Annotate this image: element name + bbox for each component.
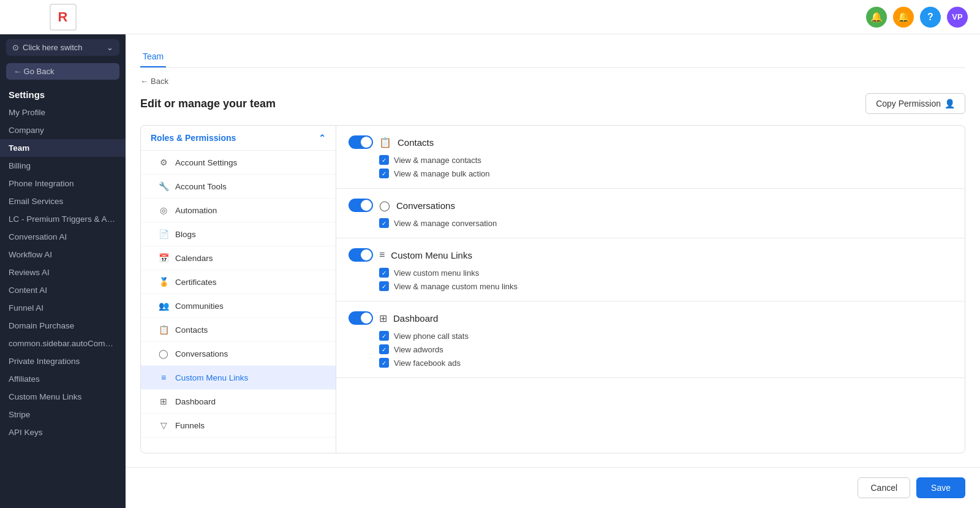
calendars-icon: 📅 [158,252,169,263]
custom-menu-links-title: Custom Menu Links [391,250,472,260]
left-nav-item-dashboard[interactable]: ⊞Dashboard [141,390,336,414]
sidebar-item-conversation-ai[interactable]: Conversation AI [0,228,126,246]
alert-icon[interactable]: 🔔 [893,7,914,28]
dashboard-icon: ⊞ [158,396,169,407]
page-title: Edit or manage your team [140,97,276,110]
permission-section-conversations: ◯Conversations✓View & manage conversatio… [336,189,965,238]
sidebar-item-team[interactable]: Team [0,139,126,157]
left-nav: ⚙Account Settings🔧Account Tools◎Automati… [141,151,336,438]
switch-icon: ⊙ [12,43,19,52]
user-avatar[interactable]: VP [947,7,968,28]
checkbox-checked-icon: ✓ [379,281,389,291]
tab-bar: Team [140,47,965,68]
funnels-icon: ▽ [158,420,169,431]
checkbox-checked-icon: ✓ [379,169,389,178]
dashboard-icon: ⊞ [379,313,387,324]
checkbox-checked-icon: ✓ [379,344,389,354]
left-nav-item-automation[interactable]: ◎Automation [141,199,336,222]
save-button[interactable]: Save [916,477,965,498]
go-back-button[interactable]: ← Go Back [6,63,119,80]
account-tools-icon: 🔧 [158,181,169,192]
contacts-toggle[interactable] [349,135,373,149]
sidebar-item-custom-menu-links[interactable]: Custom Menu Links [0,388,126,406]
back-label: Back [151,77,168,86]
sidebar-item-commonsidebarautocompl[interactable]: common.sidebar.autoCompl... [0,335,126,352]
left-nav-item-account-tools[interactable]: 🔧Account Tools [141,175,336,199]
logo-box: R [50,4,77,31]
help-icon[interactable]: ? [920,7,941,28]
checkbox-checked-icon: ✓ [379,268,389,278]
left-nav-item-communities[interactable]: 👥Communities [141,294,336,318]
sidebar: R ⊙ Click here switch ⌄ ← Go Back Settin… [0,0,126,508]
perm-sub-item[interactable]: ✓View adwords [379,344,952,354]
sidebar-item-private-integrations[interactable]: Private Integrations [0,352,126,370]
copy-permission-icon: 👤 [944,99,955,108]
checkbox-checked-icon: ✓ [379,218,389,228]
certificates-icon: 🏅 [158,276,169,287]
checkbox-checked-icon: ✓ [379,331,389,341]
copy-permission-button[interactable]: Copy Permission 👤 [865,93,965,114]
cancel-button[interactable]: Cancel [858,477,910,498]
content-area: Team ← Back Edit or manage your team Cop… [126,34,980,467]
contacts-icon: 📋 [158,324,169,335]
switch-button[interactable]: ⊙ Click here switch ⌄ [6,39,119,56]
sidebar-item-phone-integration[interactable]: Phone Integration [0,175,126,192]
sidebar-item-stripe[interactable]: Stripe [0,406,126,423]
roles-label: Roles & Permissions [151,133,236,143]
sidebar-item-api-keys[interactable]: API Keys [0,423,126,441]
sidebar-item-reviews-ai[interactable]: Reviews AI [0,263,126,281]
left-nav-item-custom-menu-links[interactable]: ≡Custom Menu Links [141,366,336,390]
contacts-title: Contacts [398,137,434,148]
left-panel: Roles & Permissions ⌃ ⚙Account Settings🔧… [140,125,336,453]
perm-sub-item[interactable]: ✓View & manage conversation [379,218,952,228]
tab-team[interactable]: Team [140,47,166,67]
sidebar-nav: My ProfileCompanyTeamBillingPhone Integr… [0,104,126,441]
back-link[interactable]: ← Back [140,77,965,86]
chevron-icon: ⌄ [107,43,113,52]
sidebar-logo: R [0,0,126,34]
perm-sub-item[interactable]: ✓View facebook ads [379,358,952,368]
perm-sub-item[interactable]: ✓View & manage contacts [379,155,952,165]
left-nav-item-blogs[interactable]: 📄Blogs [141,222,336,246]
left-nav-item-account-settings[interactable]: ⚙Account Settings [141,151,336,175]
main-content: 🔔 🔔 ? VP Team ← Back Edit or manage your… [126,0,980,508]
notification-icon[interactable]: 🔔 [866,7,887,28]
bottom-actions: Cancel Save [126,467,980,508]
blogs-icon: 📄 [158,229,169,240]
account-settings-icon: ⚙ [158,157,169,168]
automation-icon: ◎ [158,205,169,216]
left-nav-item-contacts[interactable]: 📋Contacts [141,318,336,342]
perm-sub-item[interactable]: ✓View & manage custom menu links [379,281,952,291]
perm-sub-item[interactable]: ✓View & manage bulk action [379,169,952,178]
sidebar-item-funnel-ai[interactable]: Funnel AI [0,299,126,317]
left-nav-item-conversations[interactable]: ◯Conversations [141,342,336,366]
sidebar-item-content-ai[interactable]: Content AI [0,281,126,299]
conversations-title: Conversations [396,200,455,211]
two-column-layout: Roles & Permissions ⌃ ⚙Account Settings🔧… [140,125,965,453]
checkbox-checked-icon: ✓ [379,358,389,368]
dashboard-toggle[interactable] [349,311,373,325]
sidebar-item-billing[interactable]: Billing [0,157,126,175]
sidebar-item-workflow-ai[interactable]: Workflow AI [0,246,126,263]
perm-sub-item[interactable]: ✓View phone call stats [379,331,952,341]
sidebar-item-email-services[interactable]: Email Services [0,192,126,210]
left-nav-item-calendars[interactable]: 📅Calendars [141,246,336,270]
topbar: 🔔 🔔 ? VP [126,0,980,34]
custom-menu-links-toggle[interactable] [349,248,373,262]
sidebar-item-lc---premium-triggers--acti[interactable]: LC - Premium Triggers & Acti... [0,210,126,228]
conversations-toggle[interactable] [349,199,373,212]
permission-section-custom-menu-links: ≡Custom Menu Links✓View custom menu link… [336,238,965,301]
sidebar-item-affiliates[interactable]: Affiliates [0,370,126,388]
communities-icon: 👥 [158,300,169,311]
custom-menu-links-icon: ≡ [379,249,385,260]
sidebar-item-my-profile[interactable]: My Profile [0,104,126,121]
permission-section-contacts: 📋Contacts✓View & manage contacts✓View & … [336,126,965,189]
left-nav-item-certificates[interactable]: 🏅Certificates [141,270,336,294]
left-nav-item-funnels[interactable]: ▽Funnels [141,414,336,438]
sidebar-item-domain-purchase[interactable]: Domain Purchase [0,317,126,335]
settings-section-title: Settings [0,85,126,104]
permission-section-dashboard: ⊞Dashboard✓View phone call stats✓View ad… [336,301,965,378]
sidebar-item-company[interactable]: Company [0,121,126,139]
checkbox-checked-icon: ✓ [379,155,389,165]
perm-sub-item[interactable]: ✓View custom menu links [379,268,952,278]
